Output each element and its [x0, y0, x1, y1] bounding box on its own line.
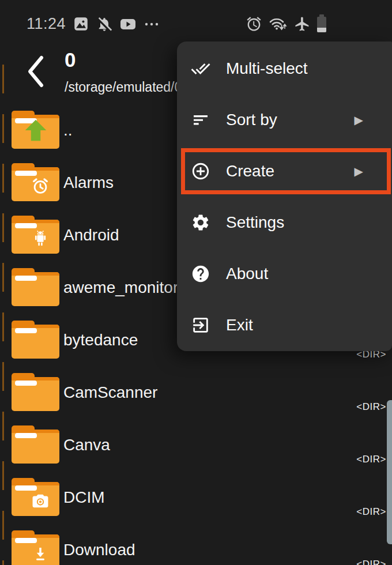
alarm-glyph-icon — [27, 175, 54, 198]
app-header: 0 /storage/emulated/0 — [0, 42, 196, 111]
menu-item[interactable]: Sort by ▶ — [177, 94, 392, 145]
file-name: Canva — [63, 419, 110, 471]
airplane-mode-icon — [294, 16, 311, 32]
file-name: Alarms — [63, 156, 114, 209]
menu-item[interactable]: Create ▶ — [177, 145, 392, 197]
up-arrow-icon — [16, 115, 55, 145]
folder-icon — [12, 425, 59, 464]
menu-item[interactable]: About — [177, 248, 392, 299]
folder-icon — [12, 268, 59, 306]
current-folder-title: 0 — [65, 48, 76, 71]
alarm-clock-icon — [246, 16, 262, 32]
file-row[interactable]: Canva <DIR> — [0, 419, 392, 471]
help-icon — [190, 263, 211, 284]
dir-badge: <DIR> — [356, 454, 386, 465]
menu-item[interactable]: Settings — [177, 197, 392, 248]
back-button[interactable] — [24, 54, 47, 89]
menu-item-label: Settings — [226, 213, 284, 232]
file-name: DCIM — [63, 471, 105, 523]
menu-item-label: Sort by — [226, 111, 277, 129]
file-row[interactable]: Download <DIR> — [0, 523, 392, 565]
folder-icon — [12, 216, 59, 254]
youtube-icon — [120, 17, 136, 31]
dir-badge: <DIR> — [356, 506, 386, 518]
add-circle-icon — [190, 161, 211, 182]
menu-item-label: About — [226, 265, 268, 283]
context-menu: Multi-select Sort by ▶ — [177, 42, 392, 351]
ellipsis-icon — [144, 21, 160, 27]
scrollbar-thumb[interactable] — [387, 400, 392, 544]
battery-icon — [317, 16, 326, 32]
menu-item-label: Multi-select — [226, 59, 308, 78]
folder-icon — [12, 530, 59, 565]
gear-icon — [190, 212, 211, 233]
dir-badge: <DIR> — [356, 559, 386, 565]
folder-icon — [12, 478, 59, 516]
folder-icon — [12, 321, 59, 359]
file-name: bytedance — [63, 314, 138, 366]
file-name: aweme_monitor — [63, 261, 178, 314]
file-name: .. — [63, 104, 73, 156]
current-folder-path: /storage/emulated/0 — [65, 80, 182, 95]
sort-icon — [190, 110, 211, 130]
camera-glyph-icon — [27, 489, 54, 513]
status-bar: 11:24 — [0, 0, 392, 37]
file-row[interactable]: CamScanner <DIR> — [0, 366, 392, 419]
clock-time: 11:24 — [27, 15, 66, 33]
dir-badge: <DIR> — [356, 401, 386, 413]
menu-item[interactable]: Multi-select — [177, 43, 392, 94]
menu-item-label: Create — [226, 162, 274, 180]
submenu-arrow-icon: ▶ — [355, 113, 363, 127]
notifications-off-icon — [96, 16, 112, 32]
file-row[interactable]: DCIM <DIR> — [0, 471, 392, 523]
exit-icon — [190, 315, 211, 336]
menu-item[interactable]: Exit — [177, 299, 392, 351]
android-glyph-icon — [27, 227, 54, 250]
file-manager-screen: 11:24 — [0, 0, 392, 565]
submenu-arrow-icon: ▶ — [355, 164, 363, 178]
download-glyph-icon — [27, 542, 54, 565]
menu-item-label: Exit — [226, 316, 253, 334]
file-name: CamScanner — [63, 366, 157, 419]
folder-icon — [12, 163, 59, 201]
folder-icon — [12, 111, 59, 149]
file-name: Android — [63, 209, 119, 261]
done-all-icon — [190, 58, 211, 79]
wifi-transfer-icon — [269, 15, 288, 32]
folder-icon — [12, 373, 59, 411]
gallery-icon — [73, 16, 89, 32]
file-name: Download — [63, 523, 135, 565]
